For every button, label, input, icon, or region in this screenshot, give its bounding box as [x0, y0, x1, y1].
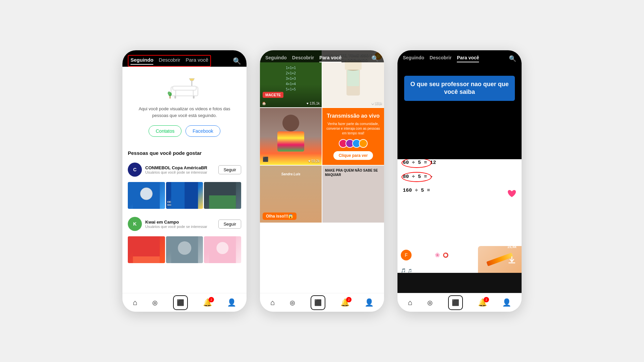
live-sub: Venha fazer parte da comunidade, convers…: [326, 122, 380, 136]
user-sub-conmebol: Usuários que você pode se interessar: [145, 170, 215, 174]
svg-line-36: [511, 238, 513, 240]
explore-icon-1: ◎: [152, 299, 158, 306]
home-icon-3: ⌂: [408, 298, 412, 307]
svg-point-32: [513, 234, 515, 236]
phone3-header: Seguindo Descobrir Para você 🔍: [397, 50, 522, 62]
follow-button-3[interactable]: Seguir: [451, 252, 468, 258]
nav-profile-1[interactable]: 👤: [227, 298, 236, 307]
math-line-2: 80 ÷ 5 = -: [403, 171, 433, 183]
svg-point-33: [509, 237, 511, 239]
cell-likes-count-math: ♥ 135,1k: [307, 102, 320, 105]
svg-text:K: K: [133, 221, 137, 227]
tab-descobrir-2[interactable]: Descobrir: [292, 55, 314, 62]
search-icon-2[interactable]: 🔍: [371, 55, 379, 62]
bottom-nav-3: ⌂ ◎ ⬛ 🔔 2 👤: [397, 293, 522, 312]
phone-3: Seguindo Descobrir Para você 🔍 O que seu…: [397, 50, 522, 312]
tab-seguindo-2[interactable]: Seguindo: [265, 55, 287, 62]
comment-count: 492: [509, 223, 515, 227]
user-name-kwai: Kwai em Campo: [145, 220, 215, 225]
nav-profile-3[interactable]: 👤: [502, 298, 511, 307]
music-row-3: 🎵 🎵 ado por Flávia K ♻ Dueto: [401, 268, 503, 273]
section-title: Pessoas que você pode gostar: [122, 150, 247, 160]
nav-home-1[interactable]: ⌂: [133, 298, 137, 307]
facebook-button[interactable]: Facebook: [185, 125, 220, 137]
tab-descobrir-3[interactable]: Descobrir: [430, 55, 451, 62]
like-icon: [505, 187, 518, 200]
camera-icon-3: ⬛: [448, 295, 463, 310]
nav-bell-3[interactable]: 🔔 2: [478, 298, 487, 307]
suggested-user-1: C CONMEBOL Copa AméricaBR Usuários que v…: [122, 160, 247, 179]
search-icon-3[interactable]: 🔍: [509, 55, 516, 62]
cell-likes-person: ♥ 59,2k: [309, 159, 320, 163]
cell-likes-drink: ♥ 131k: [372, 102, 382, 105]
clique-para-ver-button[interactable]: Clique para ver: [333, 151, 373, 160]
phone3-bottom-info: F Flávia Ka 🌸 ⭕ Seguir dica de matemátic…: [401, 250, 503, 273]
tab-para-voce-3[interactable]: Para você: [457, 55, 479, 62]
svg-point-10: [168, 92, 170, 95]
video-cell-live[interactable]: Transmissão ao vivo Venha fazer parte da…: [322, 108, 384, 165]
preview-grid-kwai: [122, 234, 247, 268]
video-cell-person[interactable]: ⬛ ♥ 59,2k: [260, 108, 322, 165]
video-cell-makeup[interactable]: MAKE PRA QUEM NÃO SABE SE MAQUIAR: [322, 166, 384, 223]
action-buttons: Contatos Facebook: [149, 125, 220, 137]
script-text: Sandra Luis: [281, 172, 300, 176]
blue-banner: O que seu professor nao quer que você sa…: [404, 76, 515, 101]
live-avatar-4: [359, 139, 368, 148]
macete-badge: MACETE: [263, 92, 283, 98]
makeup-title: MAKE PRA QUEM NÃO SABE SE MAQUIAR: [325, 168, 381, 177]
music-note-icon: 🎵: [401, 268, 406, 273]
nav-home-3[interactable]: ⌂: [408, 298, 412, 307]
circle-60: [401, 158, 432, 168]
phone1-header: Seguindo Descobrir Para você 🔍: [122, 50, 247, 67]
explore-icon-3: ◎: [427, 299, 433, 306]
person-bg: ⬛: [260, 108, 322, 165]
phone2-header: Seguindo Descobrir Para você 🔍: [260, 50, 384, 62]
svg-rect-6: [174, 96, 176, 99]
action-download[interactable]: [505, 253, 518, 266]
tab-seguindo-3[interactable]: Seguindo: [403, 55, 424, 62]
phone2-tabs: Seguindo Descobrir Para você: [265, 55, 341, 62]
nav-camera-2[interactable]: ⬛: [311, 295, 325, 310]
nav-camera-1[interactable]: ⬛: [173, 295, 188, 310]
nav-profile-2[interactable]: 👤: [365, 298, 374, 307]
svg-rect-38: [508, 262, 515, 263]
nav-bell-2[interactable]: 🔔 2: [340, 298, 350, 307]
svg-rect-7: [193, 96, 195, 99]
action-like[interactable]: 50,7k: [505, 187, 518, 204]
preview-thumb-5: [166, 236, 203, 263]
nav-bell-1[interactable]: 🔔 2: [203, 298, 212, 307]
live-title: Transmissão ao vivo: [327, 113, 379, 119]
user-avatar-3: F: [401, 250, 412, 260]
search-icon-1[interactable]: 🔍: [233, 57, 241, 65]
preview-thumb-3: [204, 182, 241, 209]
tab-para-voce-2[interactable]: Para você: [319, 55, 341, 62]
video-cell-alert[interactable]: Sandra Luis Olha isso!!!😱: [260, 166, 322, 223]
svg-point-25: [178, 241, 191, 255]
right-actions: 50,7k 492 15,4k: [505, 187, 518, 266]
like-count: 50,7k: [507, 200, 517, 204]
nav-explore-3[interactable]: ◎: [427, 299, 433, 306]
svg-rect-17: [171, 182, 184, 209]
svg-marker-1: [189, 78, 195, 81]
action-comment[interactable]: 492: [505, 209, 518, 227]
bell-badge-1: 2: [209, 297, 214, 302]
cell-likes-math: 🏠: [262, 102, 266, 105]
tab-descobrir-1[interactable]: Descobrir: [159, 57, 180, 65]
hashtag-text: #ESSENCIALENEM: [402, 191, 439, 196]
tab-para-voce-1[interactable]: Para você: [186, 57, 209, 65]
phone-2: Seguindo Descobrir Para você 🔍 1×1=1 2×1…: [260, 50, 384, 312]
makeup-bg: MAKE PRA QUEM NÃO SABE SE MAQUIAR: [322, 166, 384, 223]
nav-camera-3[interactable]: ⬛: [448, 295, 463, 310]
nav-explore-2[interactable]: ◎: [290, 299, 295, 306]
nav-home-2[interactable]: ⌂: [270, 298, 275, 307]
follow-button-conmebol[interactable]: Seguir: [218, 165, 241, 174]
svg-text:C: C: [133, 167, 137, 172]
svg-rect-29: [347, 69, 359, 86]
nav-explore-1[interactable]: ◎: [152, 299, 158, 306]
user-row-3: F Flávia Ka 🌸 ⭕ Seguir: [401, 250, 503, 260]
camera-icon-2: ⬛: [311, 295, 325, 310]
action-share[interactable]: 15,4k: [505, 231, 518, 249]
tab-seguindo-1[interactable]: Seguindo: [130, 57, 153, 65]
contatos-button[interactable]: Contatos: [149, 125, 181, 137]
follow-button-kwai[interactable]: Seguir: [218, 220, 241, 229]
